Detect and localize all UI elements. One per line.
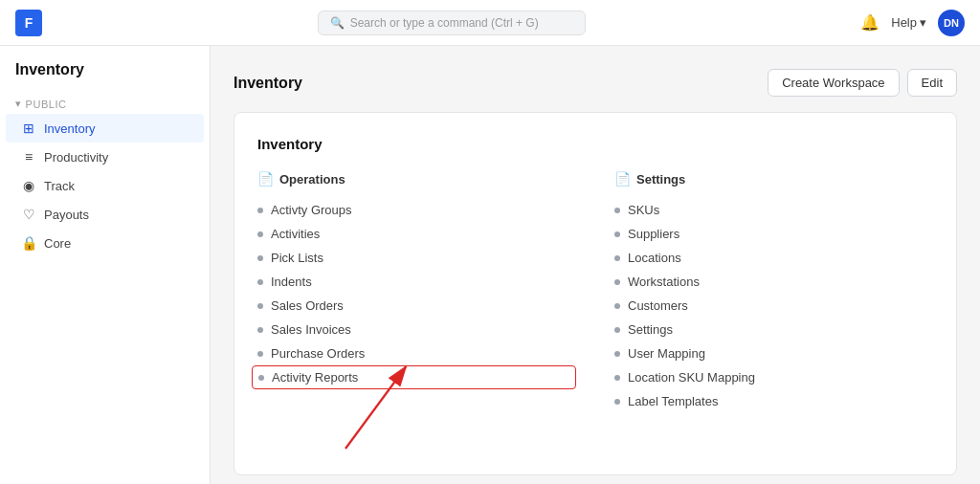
track-icon: ◉ [21, 178, 36, 193]
menu-item-settings[interactable]: Settings [614, 318, 933, 341]
sidebar-section-label: ▾ PUBLIC [0, 90, 210, 114]
topnav: F 🔍 Search or type a command (Ctrl + G) … [0, 0, 980, 46]
menu-item-purchase-orders[interactable]: Purchase Orders [257, 341, 576, 365]
page-header: Inventory Create Workspace Edit [234, 69, 957, 97]
sidebar-item-productivity[interactable]: ≡ Productivity [6, 143, 204, 171]
bullet-icon [614, 303, 620, 309]
search-placeholder: Search or type a command (Ctrl + G) [350, 16, 539, 30]
bullet-icon [257, 303, 263, 309]
grid-icon: ⊞ [21, 121, 36, 136]
bullet-icon [257, 327, 263, 333]
sidebar-item-inventory[interactable]: ⊞ Inventory [6, 114, 204, 143]
menu-item-activity-groups[interactable]: Activty Groups [257, 198, 576, 222]
menu-item-customers[interactable]: Customers [614, 294, 933, 318]
layout: Inventory ▾ PUBLIC ⊞ Inventory ≡ Product… [0, 46, 980, 484]
sidebar-item-payouts[interactable]: ♡ Payouts [6, 200, 204, 229]
bullet-icon [614, 351, 620, 357]
menu-item-skus[interactable]: SKUs [614, 198, 933, 222]
menu-item-user-mapping[interactable]: User Mapping [614, 341, 933, 365]
bullet-icon [257, 208, 263, 213]
bullet-icon [614, 327, 620, 333]
sidebar-title: Inventory [0, 61, 210, 90]
card-columns: 📄 Operations Activty Groups Activities P… [257, 171, 933, 413]
operations-header: 📄 Operations [257, 171, 576, 187]
help-button[interactable]: Help ▾ [891, 15, 926, 30]
topnav-right: 🔔 Help ▾ DN [860, 10, 965, 36]
main-content: Inventory Create Workspace Edit Inventor… [211, 46, 980, 484]
menu-item-location-sku-mapping[interactable]: Location SKU Mapping [614, 365, 933, 389]
lock-icon: 🔒 [21, 235, 36, 251]
chevron-down-icon: ▾ [920, 15, 926, 30]
search-bar[interactable]: 🔍 Search or type a command (Ctrl + G) [318, 11, 586, 35]
operations-column: 📄 Operations Activty Groups Activities P… [257, 171, 576, 413]
bullet-icon [614, 399, 620, 405]
topnav-center: 🔍 Search or type a command (Ctrl + G) [42, 11, 860, 35]
page-header-actions: Create Workspace Edit [768, 69, 957, 97]
edit-button[interactable]: Edit [907, 69, 957, 97]
menu-item-suppliers[interactable]: Suppliers [614, 222, 933, 246]
settings-column: 📄 Settings SKUs Suppliers Locations [614, 171, 933, 413]
bullet-icon [257, 351, 263, 357]
bullet-icon [258, 375, 264, 381]
bullet-icon [257, 231, 263, 237]
menu-item-locations[interactable]: Locations [614, 246, 933, 270]
menu-item-workstations[interactable]: Workstations [614, 270, 933, 294]
bullet-icon [257, 279, 263, 285]
chevron-down-icon: ▾ [15, 98, 22, 110]
menu-item-label-templates[interactable]: Label Templates [614, 389, 933, 413]
content-card: Inventory 📄 Operations Activty Groups Ac… [234, 112, 957, 475]
bullet-icon [614, 208, 620, 213]
list-icon: ≡ [21, 149, 36, 165]
sidebar-item-track[interactable]: ◉ Track [6, 171, 204, 200]
menu-item-sales-orders[interactable]: Sales Orders [257, 294, 576, 318]
menu-item-pick-lists[interactable]: Pick Lists [257, 246, 576, 270]
document-icon: 📄 [257, 171, 274, 187]
card-title: Inventory [257, 136, 933, 152]
avatar[interactable]: DN [938, 10, 965, 36]
app-logo[interactable]: F [15, 10, 42, 36]
bullet-icon [257, 255, 263, 261]
svg-line-1 [345, 367, 406, 450]
sidebar: Inventory ▾ PUBLIC ⊞ Inventory ≡ Product… [0, 46, 211, 484]
bullet-icon [614, 255, 620, 261]
menu-item-sales-invoices[interactable]: Sales Invoices [257, 318, 576, 341]
bell-icon[interactable]: 🔔 [860, 13, 880, 32]
menu-item-activity-reports[interactable]: Activity Reports [252, 365, 576, 389]
search-icon: 🔍 [330, 16, 345, 30]
bullet-icon [614, 231, 620, 237]
page-title: Inventory [234, 75, 302, 92]
settings-doc-icon: 📄 [614, 171, 631, 187]
menu-item-activities[interactable]: Activities [257, 222, 576, 246]
topnav-left: F [15, 10, 42, 36]
annotation-arrow [234, 113, 956, 474]
create-workspace-button[interactable]: Create Workspace [768, 69, 899, 97]
sidebar-item-core[interactable]: 🔒 Core [6, 229, 204, 257]
bullet-icon [614, 279, 620, 285]
bullet-icon [614, 375, 620, 381]
heart-icon: ♡ [21, 207, 36, 222]
menu-item-indents[interactable]: Indents [257, 270, 576, 294]
settings-header: 📄 Settings [614, 171, 933, 187]
